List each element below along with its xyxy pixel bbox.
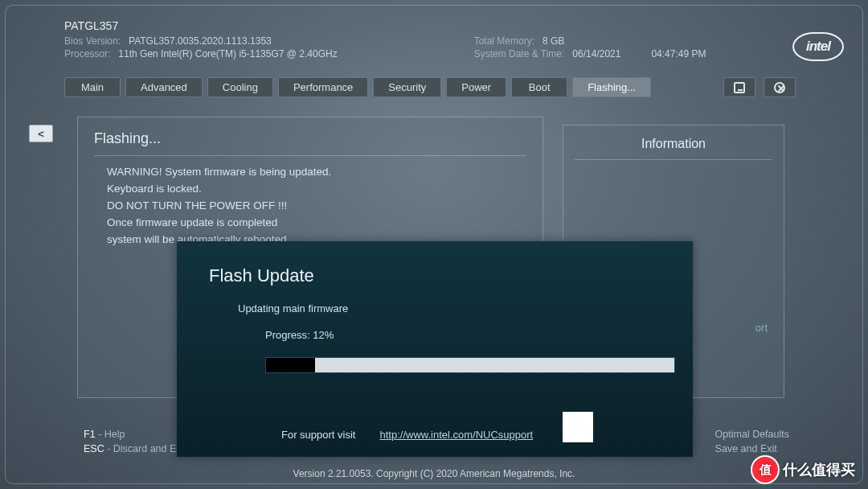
progress-bar [265, 357, 675, 373]
support-link[interactable]: http://www.intel.com/NUCsupport [379, 429, 533, 441]
tab-flashing[interactable]: Flashing... [572, 77, 651, 97]
watermark: 值 什么值得买 [752, 457, 855, 483]
tab-strip: Main Advanced Cooling Performance Securi… [64, 77, 651, 97]
save-icon [734, 82, 745, 93]
back-button[interactable]: < [29, 125, 53, 142]
tab-performance[interactable]: Performance [278, 77, 368, 97]
warn-line-4: Once firmware update is completed [107, 215, 526, 232]
tab-advanced[interactable]: Advanced [125, 77, 203, 97]
hotkey-f10-desc: Save and Exit [715, 443, 777, 454]
progress-fill [266, 358, 315, 372]
warn-line-3: DO NOT TURN THE POWER OFF !!! [107, 198, 526, 215]
dialog-title: Flash Update [209, 265, 661, 286]
date-value: 06/14/2021 [572, 48, 620, 60]
warn-line-1: WARNING! System firmware is being update… [107, 164, 526, 181]
tab-security[interactable]: Security [373, 77, 441, 97]
datetime-label: System Date & Time: [474, 48, 565, 60]
intel-logo: intel [792, 32, 844, 61]
flash-update-dialog: Flash Update Updating main firmware Prog… [177, 241, 693, 457]
toolbar [723, 77, 796, 97]
bios-version-label: Bios Version: [64, 35, 121, 47]
hotkey-f9-desc: Optimal Defaults [715, 429, 789, 440]
memory-value: 8 GB [542, 35, 564, 47]
copyright: Version 2.21.0053. Copyright (C) 2020 Am… [0, 468, 868, 479]
progress-rest [315, 358, 674, 372]
dialog-status: Updating main firmware [238, 302, 661, 314]
spinner-icon [563, 412, 593, 442]
dialog-progress-label: Progress: 12% [265, 329, 661, 341]
processor-value: 11th Gen Intel(R) Core(TM) i5-1135G7 @ 2… [118, 48, 337, 60]
hotkey-f1: F1 [84, 429, 96, 440]
time-value: 04:47:49 PM [651, 48, 706, 60]
tab-power[interactable]: Power [446, 77, 506, 97]
tab-boot[interactable]: Boot [511, 77, 567, 97]
tab-cooling[interactable]: Cooling [207, 77, 273, 97]
memory-label: Total Memory: [474, 35, 534, 47]
info-title: Information [575, 137, 772, 160]
tab-main[interactable]: Main [64, 77, 121, 97]
support-prefix: For support visit [281, 429, 355, 441]
watermark-text: 什么值得买 [783, 460, 855, 479]
footer-left: F1 - Help ESC - Discard and Exit [84, 427, 186, 458]
close-icon [774, 82, 785, 93]
header: PATGL357 Bios Version: PATGL357.0035.202… [64, 19, 788, 61]
processor-label: Processor: [64, 48, 110, 60]
watermark-badge-icon: 值 [752, 457, 778, 483]
info-port-text: ort [755, 322, 768, 334]
hotkey-esc: ESC [84, 443, 104, 454]
warn-line-2: Keyboard is locked. [107, 181, 526, 198]
model-name: PATGL357 [64, 19, 788, 32]
panel-title: Flashing... [94, 130, 526, 156]
footer-right: Optimal Defaults Save and Exit [715, 427, 789, 458]
bios-version-value: PATGL357.0035.2020.1113.1353 [129, 35, 272, 47]
save-button[interactable] [723, 77, 755, 97]
exit-button[interactable] [764, 77, 796, 97]
